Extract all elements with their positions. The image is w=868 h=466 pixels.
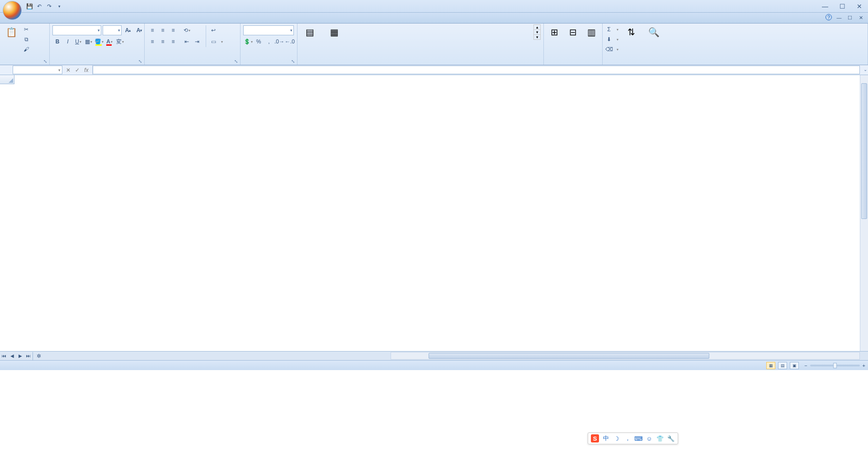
save-icon[interactable]: 💾 xyxy=(25,2,33,10)
ime-toolbar[interactable]: S 中 ☽ ， ⌨ ☺ 👕 🔧 xyxy=(588,433,678,444)
next-sheet-icon[interactable]: ▶ xyxy=(16,352,24,360)
delete-cells-button[interactable]: ⊟ xyxy=(565,24,581,39)
number-launcher-icon[interactable]: ⤡ xyxy=(290,58,296,64)
wrap-text-button[interactable]: ↩ xyxy=(210,25,223,35)
cut-button[interactable]: ✂ xyxy=(23,24,32,34)
ime-keyboard-icon[interactable]: ⌨ xyxy=(634,434,642,442)
name-box[interactable]: ▾ xyxy=(13,66,62,74)
insert-cells-button[interactable]: ⊞ xyxy=(547,24,562,39)
font-launcher-icon[interactable]: ⤡ xyxy=(137,58,143,64)
paste-button[interactable]: 📋 xyxy=(3,24,20,39)
number-format-combo[interactable]: ▾ xyxy=(243,25,294,35)
grow-font-button[interactable]: A▴ xyxy=(123,25,133,35)
scrollbar-thumb[interactable] xyxy=(429,353,710,359)
autosum-button[interactable]: Σ▾ xyxy=(605,24,618,34)
mdi-restore-icon[interactable]: ☐ xyxy=(846,14,854,21)
styles-up-icon[interactable]: ▴ xyxy=(534,25,540,29)
title-bar: 💾 ↶ ↷ ▾ — ☐ ✕ xyxy=(0,0,868,13)
fill-button[interactable]: ⬇▾ xyxy=(605,34,618,44)
office-button[interactable] xyxy=(3,1,22,20)
ime-emoji-icon[interactable]: ☺ xyxy=(645,434,653,442)
font-name-combo[interactable]: ▾ xyxy=(52,25,101,35)
align-bottom-button[interactable]: ≡ xyxy=(168,25,178,35)
maximize-button[interactable]: ☐ xyxy=(836,2,848,10)
merge-center-button[interactable]: ▭▾ xyxy=(210,37,223,47)
border-button[interactable]: ▦▾ xyxy=(84,37,94,47)
clear-button[interactable]: ⌫▾ xyxy=(605,44,618,54)
bold-button[interactable]: B xyxy=(52,37,62,47)
ime-punct-icon[interactable]: ， xyxy=(623,434,632,442)
shrink-font-button[interactable]: A▾ xyxy=(134,25,144,35)
format-painter-button[interactable]: 🖌 xyxy=(23,44,32,54)
ime-skin-icon[interactable]: 👕 xyxy=(656,434,664,442)
fx-icon[interactable]: fx xyxy=(82,66,90,74)
view-normal-button[interactable]: ▦ xyxy=(766,362,775,369)
view-break-button[interactable]: ▣ xyxy=(790,362,799,369)
styles-down-icon[interactable]: ▾ xyxy=(534,29,540,34)
group-cells: ⊞ ⊟ ▥ xyxy=(544,24,603,65)
group-number: ▾ 💲▾ % , .0→ ←.0 ⤡ xyxy=(241,24,297,65)
horizontal-scrollbar[interactable] xyxy=(391,352,860,360)
ribbon-minimize-icon[interactable]: — xyxy=(835,14,843,21)
worksheet-grid[interactable] xyxy=(0,75,868,351)
align-middle-button[interactable]: ≡ xyxy=(158,25,168,35)
align-launcher-icon[interactable]: ⤡ xyxy=(233,58,239,64)
undo-icon[interactable]: ↶ xyxy=(35,2,43,10)
close-button[interactable]: ✕ xyxy=(854,2,865,10)
format-cells-button[interactable]: ▥ xyxy=(584,24,599,39)
font-color-button[interactable]: A▾ xyxy=(104,37,114,47)
sort-filter-button[interactable]: ⇅ xyxy=(621,24,641,39)
expand-formula-icon[interactable]: ⌄ xyxy=(863,67,867,72)
clipboard-launcher-icon[interactable]: ⤡ xyxy=(42,58,48,64)
orientation-button[interactable]: ⟲▾ xyxy=(182,25,192,35)
scrollbar-thumb[interactable] xyxy=(861,83,867,219)
percent-button[interactable]: % xyxy=(254,37,264,47)
align-left-button[interactable]: ≡ xyxy=(147,37,157,47)
fill-icon: ⬇ xyxy=(605,36,613,43)
qat-customize-icon[interactable]: ▾ xyxy=(55,2,63,10)
formula-input[interactable] xyxy=(93,66,860,74)
ime-lang-icon[interactable]: 中 xyxy=(602,434,610,442)
insert-icon: ⊞ xyxy=(548,25,561,39)
select-all-corner[interactable] xyxy=(0,75,14,84)
copy-button[interactable]: ⧉ xyxy=(23,34,32,44)
align-center-button[interactable]: ≡ xyxy=(158,37,168,47)
zoom-knob[interactable] xyxy=(833,363,837,368)
accounting-button[interactable]: 💲▾ xyxy=(243,37,253,47)
table-format-button[interactable]: ▦ xyxy=(322,24,346,39)
dec-decimal-button[interactable]: ←.0 xyxy=(285,37,295,47)
enter-formula-icon[interactable]: ✓ xyxy=(73,66,81,74)
ime-moon-icon[interactable]: ☽ xyxy=(613,434,621,442)
minimize-button[interactable]: — xyxy=(819,2,831,10)
italic-button[interactable]: I xyxy=(63,37,73,47)
inc-indent-button[interactable]: ⇥ xyxy=(192,37,202,47)
delete-icon: ⊟ xyxy=(566,25,580,39)
prev-sheet-icon[interactable]: ◀ xyxy=(8,352,16,360)
dec-indent-button[interactable]: ⇤ xyxy=(182,37,192,47)
last-sheet-icon[interactable]: ⏭ xyxy=(24,352,33,360)
phonetic-button[interactable]: 変▾ xyxy=(115,37,125,47)
view-layout-button[interactable]: ▤ xyxy=(778,362,787,369)
new-sheet-icon[interactable]: ✲ xyxy=(33,353,45,359)
find-select-button[interactable]: 🔍 xyxy=(644,24,664,39)
fill-color-button[interactable]: 🪣▾ xyxy=(94,37,104,47)
zoom-slider[interactable] xyxy=(810,365,860,366)
font-size-combo[interactable]: ▾ xyxy=(103,25,122,35)
vertical-scrollbar[interactable] xyxy=(860,75,868,351)
cancel-formula-icon[interactable]: ✕ xyxy=(64,66,72,74)
inc-decimal-button[interactable]: .0→ xyxy=(274,37,284,47)
help-icon[interactable]: ? xyxy=(826,14,832,20)
comma-button[interactable]: , xyxy=(264,37,274,47)
first-sheet-icon[interactable]: ⏮ xyxy=(0,352,8,360)
underline-button[interactable]: U▾ xyxy=(73,37,83,47)
mdi-close-icon[interactable]: ✕ xyxy=(857,14,864,21)
redo-icon[interactable]: ↷ xyxy=(45,2,53,10)
conditional-format-button[interactable]: ▤ xyxy=(300,24,319,39)
zoom-in-button[interactable]: + xyxy=(863,363,865,368)
ime-logo-icon[interactable]: S xyxy=(591,434,599,442)
ime-settings-icon[interactable]: 🔧 xyxy=(667,434,675,442)
zoom-out-button[interactable]: − xyxy=(804,363,807,368)
styles-more-icon[interactable]: ▾ xyxy=(534,34,540,39)
align-right-button[interactable]: ≡ xyxy=(168,37,178,47)
align-top-button[interactable]: ≡ xyxy=(147,25,157,35)
